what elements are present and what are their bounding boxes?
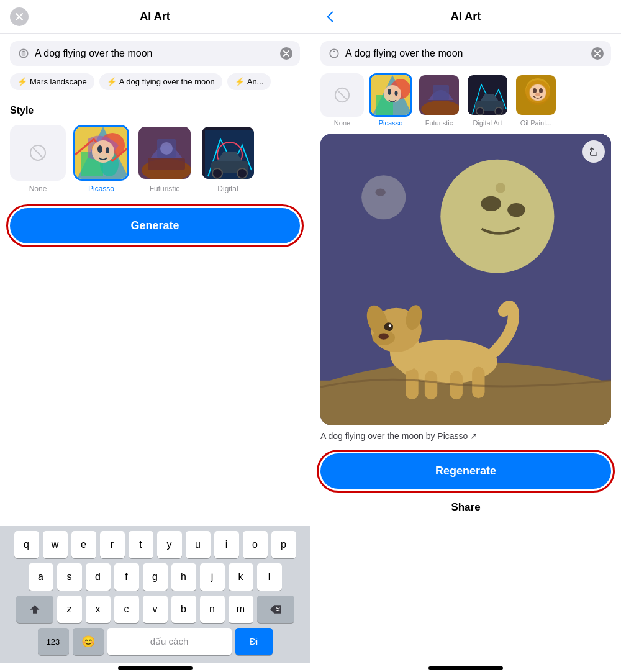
key-h[interactable]: h xyxy=(171,563,196,591)
svg-point-26 xyxy=(384,85,401,102)
close-button[interactable] xyxy=(10,7,29,26)
svg-point-62 xyxy=(384,322,393,331)
right-style-futuristic[interactable]: Futuristic xyxy=(417,73,461,127)
right-style-picasso[interactable]: Picasso xyxy=(369,73,412,127)
key-w[interactable]: w xyxy=(43,531,68,558)
right-style-oilpaint[interactable]: Oil Paint... xyxy=(514,73,558,127)
style-name-futuristic: Futuristic xyxy=(150,184,180,193)
left-clear-button[interactable] xyxy=(280,47,292,60)
style-item-digital[interactable]: Digital xyxy=(200,125,256,193)
right-search-bar[interactable] xyxy=(320,41,611,66)
home-indicator-left xyxy=(0,663,310,672)
left-search-input[interactable] xyxy=(35,48,275,59)
right-style-name-picasso: Picasso xyxy=(379,119,403,127)
key-x[interactable]: x xyxy=(86,596,111,623)
svg-point-51 xyxy=(361,175,406,219)
svg-point-34 xyxy=(476,107,484,115)
style-thumbnail-futuristic xyxy=(137,125,193,181)
right-style-digital[interactable]: Digital Art xyxy=(466,73,509,127)
home-bar-right xyxy=(428,666,503,670)
key-n[interactable]: n xyxy=(200,596,225,623)
key-m[interactable]: m xyxy=(229,596,253,623)
key-g[interactable]: g xyxy=(143,563,168,591)
svg-point-28 xyxy=(395,91,398,96)
key-k[interactable]: k xyxy=(229,563,253,591)
key-t[interactable]: t xyxy=(129,531,153,558)
svg-point-8 xyxy=(97,145,102,153)
svg-point-20 xyxy=(237,168,247,178)
right-search-input[interactable] xyxy=(345,48,586,59)
right-clear-button[interactable] xyxy=(591,47,604,60)
svg-point-47 xyxy=(440,160,554,273)
svg-point-9 xyxy=(106,147,109,153)
suggestion-mars[interactable]: ⚡ Mars landscape xyxy=(10,73,94,90)
style-item-futuristic[interactable]: Futuristic xyxy=(137,125,193,193)
key-e[interactable]: e xyxy=(71,531,96,558)
generated-image xyxy=(320,134,611,425)
right-thumb-none xyxy=(320,73,364,117)
key-o[interactable]: o xyxy=(243,531,268,558)
left-header-title: AI Art xyxy=(140,10,170,23)
svg-rect-46 xyxy=(320,381,611,425)
keyboard: q w e r t y u i o p a s d f g h j k l xyxy=(0,526,310,663)
right-header-title: AI Art xyxy=(451,10,481,23)
key-123[interactable]: 123 xyxy=(38,628,69,655)
suggestion-more[interactable]: ⚡ An... xyxy=(227,73,271,90)
keyboard-row-4: 123 😊 dấu cách Đi xyxy=(2,628,307,655)
key-emoji[interactable]: 😊 xyxy=(73,628,104,655)
back-button[interactable] xyxy=(320,7,339,26)
key-space[interactable]: dấu cách xyxy=(107,628,232,655)
right-panel: AI Art None xyxy=(310,0,621,672)
key-d[interactable]: d xyxy=(86,563,111,591)
keyboard-row-3: z x c v b n m xyxy=(2,596,307,623)
backspace-key[interactable] xyxy=(257,596,294,623)
style-item-picasso[interactable]: Picasso xyxy=(73,125,129,193)
style-section: Style None xyxy=(0,98,310,193)
key-c[interactable]: c xyxy=(114,596,139,623)
keyboard-row-2: a s d f g h j k l xyxy=(2,563,307,591)
key-action[interactable]: Đi xyxy=(235,628,273,655)
key-r[interactable]: r xyxy=(100,531,125,558)
style-item-none[interactable]: None xyxy=(10,125,66,193)
key-b[interactable]: b xyxy=(171,596,196,623)
share-overlay-button[interactable] xyxy=(582,140,605,163)
mask-icon xyxy=(17,47,30,60)
key-a[interactable]: a xyxy=(29,563,53,591)
svg-point-65 xyxy=(379,333,389,339)
svg-rect-31 xyxy=(433,85,449,100)
shift-key[interactable] xyxy=(16,596,53,623)
right-thumb-futuristic xyxy=(417,73,461,117)
key-v[interactable]: v xyxy=(143,596,168,623)
right-style-name-digital: Digital Art xyxy=(473,119,502,127)
generate-container: Generate xyxy=(10,208,300,243)
key-j[interactable]: j xyxy=(200,563,225,591)
svg-point-48 xyxy=(481,196,501,211)
key-y[interactable]: y xyxy=(157,531,182,558)
generated-image-container xyxy=(320,134,611,425)
key-s[interactable]: s xyxy=(57,563,82,591)
regenerate-button[interactable]: Regenerate xyxy=(320,453,611,489)
svg-point-27 xyxy=(388,89,391,95)
svg-point-50 xyxy=(496,183,505,193)
svg-point-43 xyxy=(535,93,540,96)
key-f[interactable]: f xyxy=(114,563,139,591)
key-i[interactable]: i xyxy=(214,531,239,558)
right-header: AI Art xyxy=(310,0,621,34)
key-z[interactable]: z xyxy=(57,596,82,623)
style-thumbnail-digital xyxy=(200,125,256,181)
suggestion-dog[interactable]: ⚡ A dog flying over the moon xyxy=(99,73,222,90)
right-style-none[interactable]: None xyxy=(320,73,364,127)
key-p[interactable]: p xyxy=(271,531,296,558)
key-l[interactable]: l xyxy=(257,563,282,591)
generate-button[interactable]: Generate xyxy=(10,208,300,243)
right-style-row: None Picasso xyxy=(310,73,621,134)
svg-point-14 xyxy=(160,142,173,155)
left-search-bar[interactable] xyxy=(10,41,300,66)
share-text-button[interactable]: Share xyxy=(310,494,621,521)
left-header: AI Art xyxy=(0,0,310,34)
key-q[interactable]: q xyxy=(14,531,39,558)
style-thumbnail-none xyxy=(10,125,66,181)
image-caption: A dog flying over the moon by Picasso ↗ xyxy=(310,425,621,446)
key-u[interactable]: u xyxy=(186,531,211,558)
svg-rect-12 xyxy=(148,158,185,170)
